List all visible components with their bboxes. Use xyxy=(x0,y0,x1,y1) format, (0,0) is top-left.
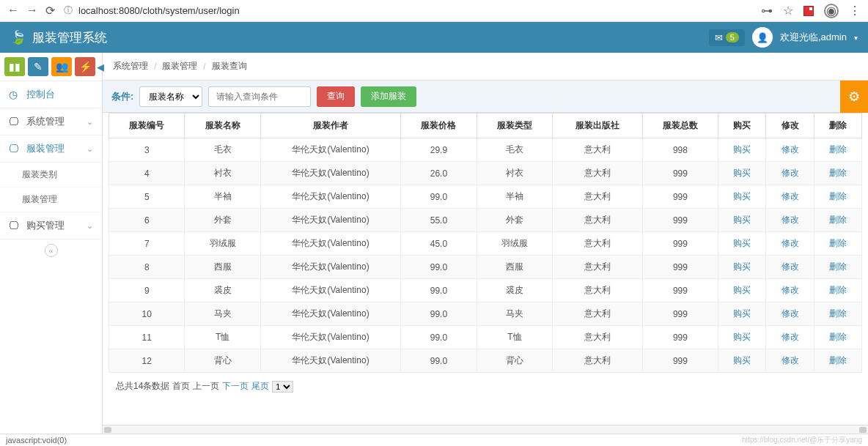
first-page[interactable]: 首页 xyxy=(172,380,190,393)
edit-link[interactable]: 修改 xyxy=(781,215,799,225)
page-select[interactable]: 1 xyxy=(272,381,293,393)
cell-type: 半袖 xyxy=(477,185,552,209)
cell-author: 华伦天奴(Valentino) xyxy=(260,185,400,209)
cell-type: 外套 xyxy=(477,209,552,232)
url-text: localhost:8080/cloth/system/user/login xyxy=(78,5,240,16)
edit-link[interactable]: 修改 xyxy=(781,332,799,342)
table-container: 服装编号 服装名称 服装作者 服装价格 服装类型 服装出版社 服装总数 购买 修… xyxy=(103,113,868,425)
breadcrumb-item[interactable]: 系统管理 xyxy=(113,60,148,73)
star-icon[interactable]: ☆ xyxy=(783,4,793,18)
sidebar-quick-buttons: ▮▮ ✎ 👥 ⚡ xyxy=(0,53,102,81)
address-bar[interactable]: ⓘ localhost:8080/cloth/system/user/login xyxy=(64,4,752,17)
edit-link[interactable]: 修改 xyxy=(781,144,799,155)
buy-link[interactable]: 购买 xyxy=(733,144,751,155)
menu-icon[interactable]: ⋮ xyxy=(849,4,861,18)
delete-link[interactable]: 删除 xyxy=(829,238,847,248)
prev-page[interactable]: 上一页 xyxy=(193,380,219,393)
table-row: 6 外套 华伦天奴(Valentino) 55.0 外套 意大利 999 购买 … xyxy=(109,209,862,232)
profile-icon[interactable]: ◉ xyxy=(824,4,839,18)
browser-toolbar: ← → ⟳ ⓘ localhost:8080/cloth/system/user… xyxy=(0,0,868,22)
delete-link[interactable]: 删除 xyxy=(829,261,847,272)
edit-link[interactable]: 修改 xyxy=(781,261,799,272)
filter-field-select[interactable]: 服装名称 xyxy=(139,86,202,107)
edit-link[interactable]: 修改 xyxy=(781,191,799,201)
key-icon[interactable]: ⊶ xyxy=(761,4,773,18)
edit-link[interactable]: 修改 xyxy=(781,285,799,295)
share-button[interactable]: ⚡ xyxy=(75,57,95,76)
cell-price: 99.0 xyxy=(401,349,477,373)
cell-price: 99.0 xyxy=(401,326,477,349)
add-button[interactable]: 添加服装 xyxy=(361,86,416,107)
stats-button[interactable]: ▮▮ xyxy=(4,57,25,76)
buy-link[interactable]: 购买 xyxy=(733,355,751,365)
horizontal-scrollbar[interactable] xyxy=(103,425,868,434)
edit-link[interactable]: 修改 xyxy=(781,355,799,365)
cell-name: 毛衣 xyxy=(185,138,260,162)
chevron-down-icon[interactable]: ▾ xyxy=(854,34,858,42)
buy-link[interactable]: 购买 xyxy=(733,191,751,201)
sidebar-collapse[interactable]: « xyxy=(0,239,102,261)
back-button[interactable]: ← xyxy=(7,4,19,18)
sidebar-item-purchase[interactable]: 🖵 购买管理 ⌄ xyxy=(0,212,102,239)
sidebar-item-clothing[interactable]: 🖵 服装管理 ⌄ xyxy=(0,135,102,163)
delete-link[interactable]: 删除 xyxy=(829,168,847,178)
buy-link[interactable]: 购买 xyxy=(733,261,751,272)
cell-name: 外套 xyxy=(185,209,260,232)
reload-button[interactable]: ⟳ xyxy=(45,4,55,18)
settings-button[interactable]: ⚙ xyxy=(840,81,868,113)
edit-button[interactable]: ✎ xyxy=(28,57,48,76)
next-page[interactable]: 下一页 xyxy=(222,380,249,393)
app-title-wrap: 🍃 服装管理系统 xyxy=(10,29,107,46)
last-page[interactable]: 尾页 xyxy=(251,380,269,393)
cell-name: 马夹 xyxy=(185,302,260,326)
cell-type: 裘皮 xyxy=(477,279,552,302)
sidebar-subitem-category[interactable]: 服装类别 xyxy=(0,163,102,187)
cell-type: T恤 xyxy=(477,326,552,349)
sidebar-item-dashboard[interactable]: ◷ 控制台 xyxy=(0,81,102,108)
chevron-down-icon: ⌄ xyxy=(87,117,93,127)
delete-link[interactable]: 删除 xyxy=(829,308,847,319)
cell-type: 羽绒服 xyxy=(477,232,552,256)
filter-input[interactable] xyxy=(208,86,311,107)
cell-name: 衬衣 xyxy=(185,162,260,185)
delete-link[interactable]: 删除 xyxy=(829,285,847,295)
edit-link[interactable]: 修改 xyxy=(781,308,799,319)
cell-total: 999 xyxy=(642,162,718,185)
sidebar-subitem-manage[interactable]: 服装管理 xyxy=(0,187,102,212)
separator: / xyxy=(203,62,205,72)
extension-icon[interactable] xyxy=(803,6,814,16)
edit-link[interactable]: 修改 xyxy=(781,238,799,248)
user-avatar[interactable]: 👤 xyxy=(752,27,773,48)
sidebar-item-system[interactable]: 🖵 系统管理 ⌄ xyxy=(0,108,102,135)
cell-price: 29.9 xyxy=(401,138,477,162)
delete-link[interactable]: 删除 xyxy=(829,332,847,342)
cell-name: 西服 xyxy=(185,256,260,279)
buy-link[interactable]: 购买 xyxy=(733,285,751,295)
delete-link[interactable]: 删除 xyxy=(829,191,847,201)
cell-publisher: 意大利 xyxy=(553,326,643,349)
delete-link[interactable]: 删除 xyxy=(829,215,847,225)
buy-link[interactable]: 购买 xyxy=(733,332,751,342)
monitor-icon: 🖵 xyxy=(9,143,21,155)
search-button[interactable]: 查询 xyxy=(317,86,355,107)
cell-price: 99.0 xyxy=(401,256,477,279)
cell-total: 999 xyxy=(642,279,718,302)
edit-link[interactable]: 修改 xyxy=(781,168,799,178)
main-content: ◂ 系统管理 / 服装管理 / 服装查询 条件: 服装名称 查询 添加服装 ⚙ xyxy=(103,53,868,434)
table-row: 8 西服 华伦天奴(Valentino) 99.0 西服 意大利 999 购买 … xyxy=(109,256,862,279)
breadcrumb-item[interactable]: 服装管理 xyxy=(162,60,197,73)
buy-link[interactable]: 购买 xyxy=(733,168,751,178)
forward-button[interactable]: → xyxy=(26,4,38,18)
status-text: javascript:void(0) xyxy=(6,436,67,445)
mail-button[interactable]: ✉ 5 xyxy=(709,29,745,46)
delete-link[interactable]: 删除 xyxy=(829,144,847,155)
buy-link[interactable]: 购买 xyxy=(733,215,751,225)
breadcrumb-collapse-icon[interactable]: ◂ xyxy=(103,58,104,75)
users-button[interactable]: 👥 xyxy=(51,57,72,76)
nav-label: 控制台 xyxy=(26,88,55,101)
buy-link[interactable]: 购买 xyxy=(733,308,751,319)
delete-link[interactable]: 删除 xyxy=(829,355,847,365)
cell-price: 55.0 xyxy=(401,209,477,232)
gear-icon: ⚙ xyxy=(848,89,860,105)
buy-link[interactable]: 购买 xyxy=(733,238,751,248)
